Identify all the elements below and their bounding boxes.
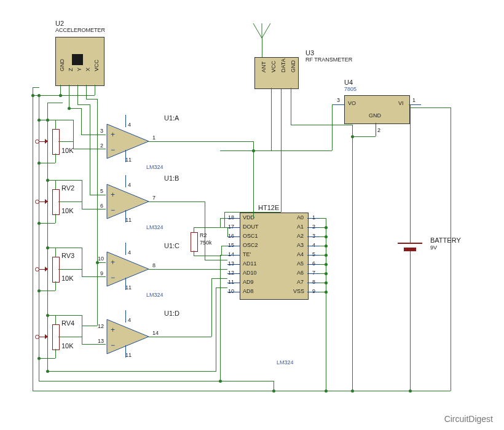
u3-ref: U3 [305,49,314,57]
rv2-ref: RV2 [61,184,74,192]
pot-rv4 [52,324,60,350]
pot-rv2 [52,189,60,215]
svg-line-13 [262,23,270,38]
rv2-val: 10K [61,207,74,214]
battery [398,243,422,244]
u2-ref: U2 [55,20,64,27]
svg-text:−: − [111,273,115,282]
u2-pin-z: Z [68,68,74,72]
u1c-name: LM324 [146,292,163,298]
u4-name: 7805 [344,86,356,92]
watermark: CircuitDigest [444,414,493,424]
u3-name: RF TRANSMETER [305,57,352,63]
svg-text:+: + [111,190,115,199]
battery-val: 9V [430,244,437,251]
u2-pin-gnd: GND [59,59,65,71]
battery-ref: BATTERY [430,237,461,244]
rv4-ref: RV4 [61,319,74,327]
svg-text:+: + [111,326,115,334]
antenna-icon [251,21,273,39]
u1c-ref: U1:C [164,242,179,249]
u1b-ref: U1:B [164,174,179,182]
u2-name: ACCELEROMETER [55,27,105,33]
rv4-val: 10K [61,342,74,350]
u1d-ref: U1:D [164,310,179,317]
u2-pin-y: Y [76,68,82,71]
svg-text:+: + [111,258,115,267]
u1a-ref: U1:A [164,114,179,122]
resistor-r2 [191,232,198,252]
svg-line-12 [253,23,262,38]
u3-pin-data: DATA [280,58,286,72]
pot-rv1 [52,129,60,155]
rv3-ref: RV3 [61,252,74,259]
u2-pin-x: X [85,68,91,71]
ht12e-ref: HT12E [258,204,279,211]
rv1-val: 10K [61,147,74,154]
u3-pin-ant: ANT [261,61,267,72]
svg-text:−: − [111,146,115,154]
r2-val: 750k [200,240,212,246]
r2-ref: R2 [200,232,207,238]
u4-ref: U4 [344,79,353,86]
u3-pin-gnd: GND [290,60,296,72]
u2-pin-vcc: VCC [93,60,100,71]
u3-pin-vcc: VCC [270,61,277,72]
rv3-val: 10K [61,275,74,282]
pot-rv3 [52,257,60,283]
u1b-name: LM324 [146,224,163,230]
svg-text:−: − [111,206,115,214]
svg-text:+: + [111,130,115,139]
schematic-canvas: U2 ACCELEROMETER GND Z Y X VCC 10K RV2 1… [0,0,504,430]
u1a-name: LM324 [146,164,163,170]
u1d-name: LM324 [277,359,294,366]
svg-text:−: − [111,341,115,350]
